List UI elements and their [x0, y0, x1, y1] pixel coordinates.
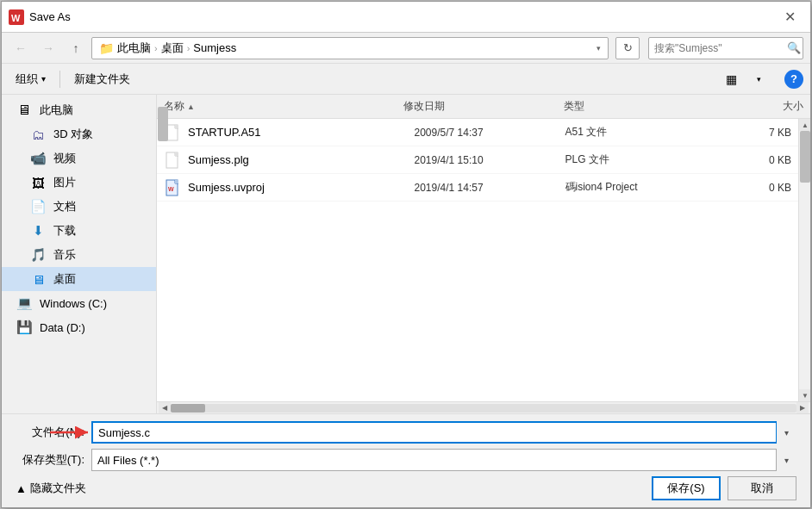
- hscroll-right-arrow[interactable]: ▶: [796, 402, 809, 414]
- sidebar-item-music[interactable]: 🎵 音乐: [2, 243, 156, 267]
- help-button[interactable]: ?: [784, 70, 803, 89]
- view-button[interactable]: ▦: [719, 68, 743, 90]
- desktop-sidebar-icon: 🖥: [29, 270, 47, 288]
- up-button[interactable]: ↑: [64, 36, 88, 60]
- table-row[interactable]: STARTUP.A51 2009/5/7 14:37 A51 文件 7 KB: [157, 119, 798, 146]
- sidebar-item-data[interactable]: 💾 Data (D:): [2, 315, 156, 339]
- table-row[interactable]: W Sumjess.uvproj 2019/4/1 14:57 碼ision4 …: [157, 174, 798, 202]
- computer-icon: 🖥: [16, 102, 33, 119]
- vscroll-track: [799, 131, 810, 389]
- sidebar-item-video[interactable]: 📹 视频: [2, 146, 156, 171]
- filetype-dropdown-arrow[interactable]: ▾: [776, 449, 796, 471]
- sidebar-item-desktop[interactable]: 🖥 桌面: [2, 267, 156, 291]
- sidebar-item-doc[interactable]: 📄 文档: [2, 195, 156, 219]
- file-list-wrap: STARTUP.A51 2009/5/7 14:37 A51 文件 7 KB: [157, 119, 810, 401]
- file-date-plg: 2019/4/1 15:10: [415, 154, 565, 166]
- file-type-plg: PLG 文件: [565, 152, 716, 167]
- new-folder-label: 新建文件夹: [74, 71, 130, 87]
- view-dropdown-icon: ▾: [757, 75, 761, 84]
- breadcrumb-sep-1: ›: [154, 43, 158, 53]
- file-type-startup: A51 文件: [565, 125, 716, 140]
- table-row[interactable]: Sumjess.plg 2019/4/1 15:10 PLG 文件 0 KB: [157, 146, 798, 174]
- col-size-header[interactable]: 大小: [723, 99, 803, 114]
- file-vscrollbar[interactable]: ▲ ▼: [798, 119, 810, 401]
- breadcrumb-dropdown-icon: ▾: [597, 44, 601, 53]
- breadcrumb-item-desktop[interactable]: 桌面: [161, 40, 184, 56]
- toolbar-separator: [59, 71, 60, 88]
- sidebar-vscrollbar[interactable]: ▲ ▼: [157, 95, 169, 413]
- search-bar[interactable]: 🔍: [648, 37, 803, 59]
- vscroll-down-arrow[interactable]: ▼: [799, 389, 810, 401]
- organize-button[interactable]: 组织 ▾: [9, 68, 53, 90]
- hide-folder-button[interactable]: ▲ 隐藏文件夹: [16, 481, 86, 496]
- file-size-plg: 0 KB: [716, 154, 792, 166]
- vscroll-up-arrow[interactable]: ▲: [799, 119, 810, 131]
- sidebar-label-doc: 文档: [53, 199, 76, 214]
- view-icon: ▦: [726, 72, 737, 86]
- navbar: ← → ↑ 📁 此电脑 › 桌面 › Sumjess ▾ ↻ 🔍: [2, 33, 810, 64]
- back-icon: ←: [15, 41, 27, 55]
- sort-arrow-icon: ▲: [187, 102, 195, 111]
- filetype-row: 保存类型(T): All Files (*.*) ▾: [16, 449, 796, 471]
- filename-input-wrap: ▾: [91, 421, 796, 444]
- file-area: 名称 ▲ 修改日期 类型 大小: [157, 95, 810, 413]
- file-date-uvproj: 2019/4/1 14:57: [415, 182, 565, 194]
- sidebar-label-windows: Windows (C:): [40, 297, 107, 310]
- organize-arrow-icon: ▾: [41, 74, 46, 84]
- filetype-select[interactable]: All Files (*.*): [91, 449, 796, 471]
- save-button[interactable]: 保存(S): [652, 476, 721, 500]
- file-hscrollbar[interactable]: ◀ ▶: [157, 401, 810, 413]
- breadcrumb-sep-2: ›: [187, 43, 191, 53]
- back-button[interactable]: ←: [9, 36, 33, 60]
- sidebar-item-picture[interactable]: 🖼 图片: [2, 171, 156, 195]
- action-buttons: 保存(S) 取消: [652, 476, 796, 500]
- sidebar-item-computer[interactable]: 🖥 此电脑: [2, 98, 156, 122]
- file-date-startup: 2009/5/7 14:37: [415, 127, 565, 139]
- music-icon: 🎵: [29, 246, 47, 264]
- vscroll-thumb[interactable]: [800, 131, 810, 183]
- svg-rect-5: [175, 152, 178, 156]
- col-type-header[interactable]: 类型: [564, 99, 724, 114]
- file-size-uvproj: 0 KB: [716, 182, 792, 194]
- file-list-header: 名称 ▲ 修改日期 类型 大小: [157, 95, 810, 119]
- forward-button[interactable]: →: [36, 36, 60, 60]
- file-type-uvproj: 碼ision4 Project: [565, 180, 716, 195]
- search-input[interactable]: [654, 42, 784, 54]
- sidebar-container: 🖥 此电脑 🗂 3D 对象 📹 视频: [2, 95, 157, 413]
- hscroll-left-arrow[interactable]: ◀: [159, 402, 171, 414]
- breadcrumb[interactable]: 📁 此电脑 › 桌面 › Sumjess ▾: [91, 37, 609, 59]
- refresh-button[interactable]: ↻: [615, 37, 640, 59]
- filetype-label: 保存类型(T):: [16, 452, 84, 468]
- file-name-startup: STARTUP.A51: [188, 126, 415, 139]
- sidebar-item-3d[interactable]: 🗂 3D 对象: [2, 122, 156, 146]
- breadcrumb-item-computer[interactable]: 此电脑: [117, 40, 151, 56]
- cancel-button[interactable]: 取消: [728, 476, 796, 500]
- save-as-dialog: W Save As ✕ ← → ↑ 📁 此电脑 › 桌面 › Sumjess ▾: [1, 1, 811, 508]
- file-name-uvproj: Sumjess.uvproj: [188, 181, 415, 194]
- windows-icon: 💻: [16, 295, 33, 312]
- file-name-plg: Sumjess.plg: [188, 153, 415, 166]
- sidebar-label-music: 音乐: [53, 247, 76, 263]
- new-folder-button[interactable]: 新建文件夹: [67, 68, 137, 90]
- col-date-header[interactable]: 修改日期: [403, 99, 564, 114]
- refresh-icon: ↻: [623, 41, 633, 54]
- filename-dropdown-arrow[interactable]: ▾: [776, 421, 796, 444]
- svg-text:W: W: [168, 186, 174, 192]
- view-dropdown-button[interactable]: ▾: [746, 68, 771, 90]
- sidebar-item-download[interactable]: ⬇ 下载: [2, 219, 156, 243]
- dialog-title: Save As: [29, 10, 776, 23]
- titlebar: W Save As ✕: [2, 2, 810, 33]
- sidebar-scroll-thumb[interactable]: [158, 107, 168, 141]
- sidebar: 🖥 此电脑 🗂 3D 对象 📹 视频: [2, 95, 157, 413]
- sidebar-item-windows[interactable]: 💻 Windows (C:): [2, 291, 156, 315]
- search-icon[interactable]: 🔍: [787, 41, 801, 54]
- close-button[interactable]: ✕: [776, 3, 803, 31]
- hscroll-thumb[interactable]: [171, 404, 205, 413]
- hide-folder-label: 隐藏文件夹: [30, 481, 86, 496]
- hide-folder-arrow-icon: ▲: [16, 482, 27, 495]
- breadcrumb-item-sumjess[interactable]: Sumjess: [193, 41, 236, 54]
- filename-input[interactable]: [91, 421, 796, 444]
- toolbar: 组织 ▾ 新建文件夹 ▦ ▾ ?: [2, 64, 810, 95]
- filename-label: 文件名(N):: [16, 425, 84, 440]
- col-name-header[interactable]: 名称 ▲: [164, 99, 403, 114]
